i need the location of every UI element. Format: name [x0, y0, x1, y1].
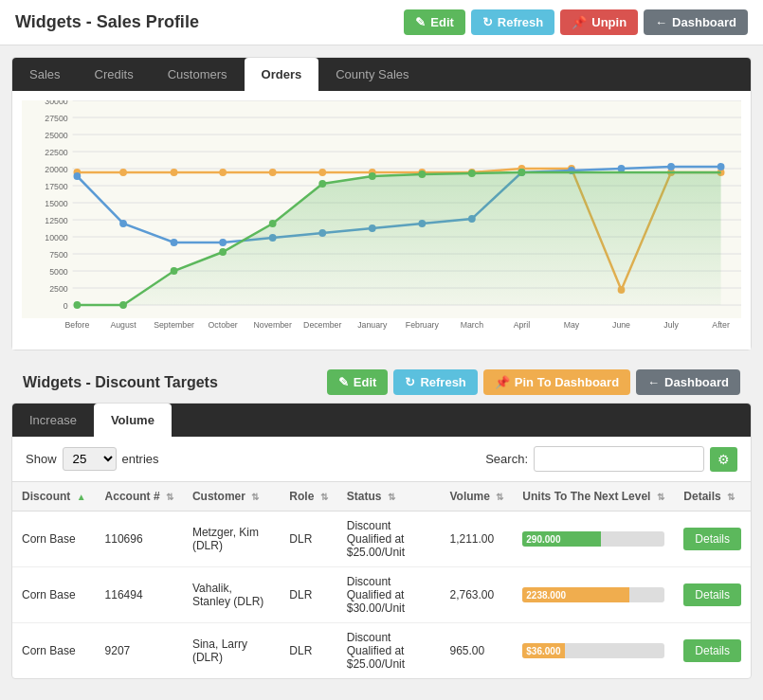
line-chart: 30000 27500 25000 22500 20000 17500 1500…: [22, 100, 741, 337]
cell-customer: Metzger, Kim (DLR): [183, 512, 280, 567]
sort-asc-icon: ▲: [77, 492, 86, 502]
svg-point-43: [171, 169, 178, 176]
svg-text:0: 0: [64, 301, 68, 311]
widget2-refresh-button[interactable]: ↻ Refresh: [393, 369, 477, 395]
cell-details[interactable]: Details: [674, 623, 751, 679]
svg-point-72: [171, 267, 178, 275]
details-button[interactable]: Details: [683, 583, 741, 606]
search-input[interactable]: [534, 446, 704, 472]
svg-text:12500: 12500: [45, 216, 67, 225]
cell-status: Discount Qualified at $30.00/Unit: [337, 567, 441, 623]
svg-text:February: February: [406, 320, 440, 330]
cell-discount: Corn Base: [12, 567, 96, 623]
refresh-button[interactable]: ↻ Refresh: [471, 9, 554, 35]
svg-point-44: [219, 169, 227, 176]
svg-text:November: November: [254, 320, 292, 330]
widget2-edit-button[interactable]: ✎ Edit: [327, 369, 389, 395]
arrow-icon: ←: [655, 15, 667, 29]
cell-details[interactable]: Details: [674, 567, 751, 623]
tab-county-sales[interactable]: County Sales: [318, 58, 426, 91]
svg-point-71: [119, 301, 127, 309]
header-buttons: ✎ Edit ↻ Refresh 📌 Unpin ← Dashboard: [404, 9, 748, 35]
entries-label: entries: [122, 452, 159, 466]
svg-text:7500: 7500: [49, 250, 68, 260]
chart-container: 30000 27500 25000 22500 20000 17500 1500…: [12, 91, 751, 350]
svg-point-45: [269, 169, 277, 176]
tab-credits[interactable]: Credits: [78, 58, 151, 91]
table-row: Corn Base 9207 Sina, Larry (DLR) DLR Dis…: [12, 623, 751, 679]
details-button[interactable]: Details: [683, 528, 741, 550]
svg-point-55: [73, 172, 81, 180]
svg-text:July: July: [663, 320, 679, 330]
col-discount[interactable]: Discount ▲: [12, 482, 96, 512]
svg-text:May: May: [564, 320, 580, 330]
cell-volume: 1,211.00: [441, 512, 514, 567]
tab-sales[interactable]: Sales: [12, 58, 78, 91]
cell-details[interactable]: Details: [674, 512, 751, 567]
gear-icon: ⚙: [718, 452, 730, 467]
sort-icon-account: ⇅: [166, 492, 173, 502]
col-account[interactable]: Account # ⇅: [96, 482, 183, 512]
table-tabs-bar: Increase Volume: [12, 404, 751, 437]
svg-point-70: [73, 301, 81, 309]
col-status[interactable]: Status ⇅: [337, 482, 441, 512]
widget2-header: Widgets - Discount Targets ✎ Edit ↻ Refr…: [11, 362, 752, 403]
cell-role: DLR: [280, 512, 336, 567]
entries-select[interactable]: 25 10 50 100: [63, 447, 117, 471]
tab-customers[interactable]: Customers: [151, 58, 245, 91]
table-row: Corn Base 116494 Vahalik, Stanley (DLR) …: [12, 567, 751, 623]
svg-text:27500: 27500: [45, 114, 67, 123]
svg-text:17500: 17500: [45, 182, 67, 191]
dashboard-button[interactable]: ← Dashboard: [644, 9, 748, 35]
svg-point-57: [171, 239, 178, 246]
svg-text:15000: 15000: [45, 199, 67, 208]
cell-customer: Sina, Larry (DLR): [183, 623, 280, 679]
cell-discount: Corn Base: [12, 623, 96, 679]
refresh-icon2: ↻: [405, 375, 415, 389]
col-volume[interactable]: Volume ⇅: [441, 482, 514, 512]
svg-point-46: [318, 169, 326, 176]
tab-volume[interactable]: Volume: [94, 404, 172, 437]
arrow-icon2: ←: [647, 375, 660, 389]
details-button[interactable]: Details: [683, 639, 741, 662]
cell-progress: 290.000: [513, 512, 674, 567]
pin-icon2: 📌: [495, 375, 510, 389]
pin-icon: 📌: [572, 15, 587, 29]
svg-point-75: [318, 180, 326, 188]
cell-volume: 2,763.00: [441, 567, 514, 623]
search-label: Search:: [485, 452, 528, 466]
svg-point-79: [518, 169, 526, 176]
svg-point-73: [219, 248, 227, 256]
cell-progress: 2238.000: [513, 567, 674, 623]
widget2-dashboard-button[interactable]: ← Dashboard: [636, 369, 740, 395]
svg-text:Before: Before: [65, 320, 90, 330]
cell-progress: $36.000: [513, 623, 674, 679]
sort-icon-role: ⇅: [320, 492, 328, 502]
svg-text:April: April: [514, 320, 531, 330]
svg-point-77: [418, 171, 426, 178]
pencil-icon2: ✎: [338, 375, 349, 389]
col-units[interactable]: Units To The Next Level ⇅: [513, 482, 674, 512]
svg-text:25000: 25000: [45, 131, 67, 140]
tab-increase[interactable]: Increase: [12, 404, 94, 437]
widget2-title: Widgets - Discount Targets: [23, 374, 218, 391]
svg-point-76: [369, 172, 376, 180]
col-customer[interactable]: Customer ⇅: [183, 482, 280, 512]
edit-button[interactable]: ✎ Edit: [404, 9, 465, 35]
svg-text:October: October: [209, 320, 238, 330]
pin-to-dashboard-button[interactable]: 📌 Pin To Dashboard: [483, 369, 630, 395]
col-role[interactable]: Role ⇅: [280, 482, 336, 512]
sort-icon-units: ⇅: [657, 492, 664, 502]
table-header-row: Discount ▲ Account # ⇅ Customer ⇅ Role ⇅…: [12, 482, 751, 512]
svg-text:September: September: [154, 320, 194, 330]
cell-account: 9207: [96, 623, 183, 679]
col-details[interactable]: Details ⇅: [674, 482, 751, 512]
search-button[interactable]: ⚙: [710, 447, 737, 472]
cell-volume: 965.00: [441, 623, 514, 679]
tab-orders[interactable]: Orders: [245, 58, 319, 91]
page-title: Widgets - Sales Profile: [15, 12, 199, 32]
svg-text:10000: 10000: [45, 233, 67, 242]
svg-point-74: [269, 220, 277, 227]
unpin-button[interactable]: 📌 Unpin: [560, 9, 638, 35]
sort-icon-details: ⇅: [727, 492, 735, 502]
